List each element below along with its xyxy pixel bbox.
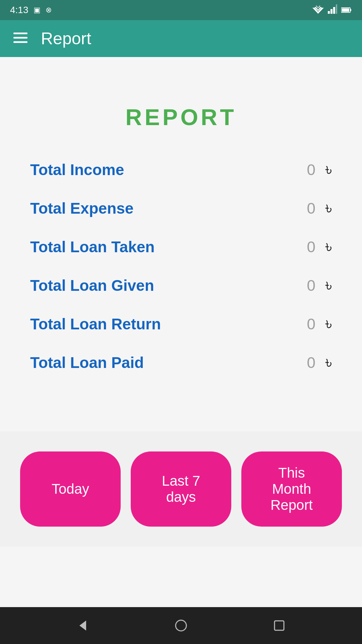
- total-loan-return-value: 0: [307, 315, 315, 333]
- bottom-nav: [0, 607, 362, 644]
- svg-rect-3: [328, 11, 330, 14]
- today-button[interactable]: Today: [20, 451, 121, 527]
- total-loan-return-row: Total Loan Return 0 ৳: [20, 305, 342, 343]
- total-income-row: Total Income 0 ৳: [20, 150, 342, 189]
- total-loan-return-label: Total Loan Return: [30, 315, 300, 333]
- back-button[interactable]: [69, 612, 96, 639]
- wifi-icon: [312, 4, 324, 16]
- app-bar-title: Report: [41, 29, 91, 48]
- total-loan-given-row: Total Loan Given 0 ৳: [20, 266, 342, 305]
- svg-rect-6: [336, 4, 337, 14]
- signal-icon: [328, 4, 337, 16]
- svg-rect-15: [275, 621, 284, 630]
- svg-point-14: [176, 620, 186, 631]
- total-loan-paid-label: Total Loan Paid: [30, 354, 300, 372]
- menu-icon[interactable]: [13, 31, 27, 46]
- total-loan-given-currency: ৳: [325, 275, 332, 295]
- total-loan-taken-currency: ৳: [325, 237, 332, 257]
- total-expense-label: Total Expense: [30, 199, 300, 217]
- last7days-button[interactable]: Last 7 days: [131, 451, 231, 527]
- report-rows: Total Income 0 ৳ Total Expense 0 ৳ Total…: [20, 150, 342, 382]
- main-content: REPORT Total Income 0 ৳ Total Expense 0 …: [0, 57, 362, 431]
- app-bar: Report: [0, 20, 362, 57]
- home-button[interactable]: [168, 612, 194, 639]
- total-loan-given-label: Total Loan Given: [30, 276, 300, 294]
- svg-rect-12: [13, 41, 27, 43]
- sim-icon: ▣: [34, 6, 41, 14]
- report-heading: REPORT: [125, 104, 236, 130]
- total-loan-taken-row: Total Loan Taken 0 ৳: [20, 227, 342, 266]
- total-expense-currency: ৳: [325, 198, 332, 218]
- total-loan-paid-row: Total Loan Paid 0 ৳: [20, 343, 342, 382]
- status-right: [312, 4, 352, 16]
- total-income-label: Total Income: [30, 161, 300, 179]
- svg-rect-9: [342, 8, 349, 12]
- notification-icon: ⊗: [46, 6, 52, 14]
- total-loan-taken-label: Total Loan Taken: [30, 238, 300, 256]
- total-expense-value: 0: [307, 199, 315, 217]
- total-loan-paid-value: 0: [307, 354, 315, 372]
- total-loan-return-currency: ৳: [325, 314, 332, 334]
- svg-rect-10: [13, 33, 27, 34]
- svg-rect-8: [350, 9, 351, 11]
- bottom-spacer: [0, 547, 362, 607]
- total-loan-given-value: 0: [307, 276, 315, 294]
- svg-rect-4: [330, 9, 333, 14]
- status-time: 4:13: [10, 5, 28, 15]
- svg-rect-11: [13, 37, 27, 39]
- thismonth-button[interactable]: This Month Report: [241, 451, 342, 527]
- svg-marker-13: [79, 621, 86, 631]
- battery-icon: [341, 5, 352, 15]
- status-left: 4:13 ▣ ⊗: [10, 5, 52, 15]
- total-income-currency: ৳: [325, 160, 332, 179]
- total-loan-taken-value: 0: [307, 238, 315, 256]
- status-bar: 4:13 ▣ ⊗: [0, 0, 362, 20]
- total-loan-paid-currency: ৳: [325, 353, 332, 372]
- buttons-row: Today Last 7 days This Month Report: [0, 431, 362, 547]
- svg-rect-5: [333, 7, 335, 14]
- recent-apps-button[interactable]: [266, 612, 293, 639]
- total-income-value: 0: [307, 161, 315, 179]
- total-expense-row: Total Expense 0 ৳: [20, 189, 342, 227]
